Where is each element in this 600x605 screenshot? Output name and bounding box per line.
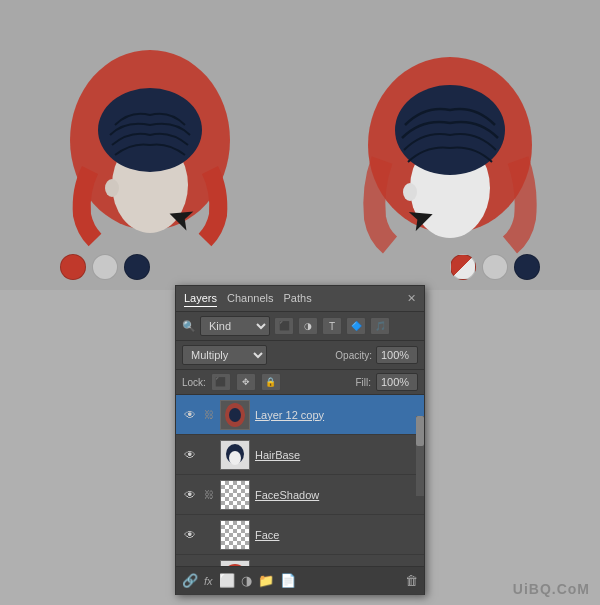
fx-button[interactable]: fx	[204, 575, 213, 587]
kind-select[interactable]: Kind	[200, 316, 270, 336]
svg-point-13	[229, 451, 241, 465]
svg-point-7	[403, 183, 417, 201]
layers-list: 👁 ⛓ Layer 12 copy ➤ 👁	[176, 395, 424, 595]
svg-point-10	[229, 408, 241, 422]
kind-icon-adjust[interactable]: ◑	[298, 317, 318, 335]
lock-label: Lock:	[182, 377, 206, 388]
search-icon: 🔍	[182, 320, 196, 333]
panel-close-button[interactable]: ✕	[407, 292, 416, 305]
swatch-split-right	[450, 254, 476, 280]
link-icon-hairbase	[203, 447, 215, 463]
link-layers-icon[interactable]: 🔗	[182, 573, 198, 588]
layer-name-face: Face	[255, 529, 418, 541]
lock-move-btn[interactable]: ✥	[236, 373, 256, 391]
fill-input[interactable]	[376, 373, 418, 391]
swatch-navy-left	[124, 254, 150, 280]
swatch-gray-left	[92, 254, 118, 280]
swatch-red-left	[60, 254, 86, 280]
swatches-right	[450, 254, 540, 280]
tab-channels[interactable]: Channels	[227, 290, 273, 307]
kind-icon-smart[interactable]: 🎵	[370, 317, 390, 335]
watermark: UiBQ.CoM	[513, 581, 590, 597]
kind-icon-shape[interactable]: 🔷	[346, 317, 366, 335]
layer-item-face[interactable]: 👁 Face	[176, 515, 424, 555]
panel-header: Layers Channels Paths ✕	[176, 286, 424, 312]
lock-row: Lock: ⬛ ✥ 🔒 Fill:	[176, 370, 424, 395]
layer-name-layer12copy: Layer 12 copy	[255, 409, 418, 421]
layer-name-hairbase: HairBase	[255, 449, 418, 461]
kind-icon-text[interactable]: T	[322, 317, 342, 335]
panel-toolbar: 🔗 fx ⬜ ◑ 📁 📄 🗑	[176, 566, 424, 594]
layer-item-layer12copy[interactable]: 👁 ⛓ Layer 12 copy ➤	[176, 395, 424, 435]
add-mask-icon[interactable]: ⬜	[219, 573, 235, 588]
swatch-navy-right	[514, 254, 540, 280]
panel-tabs: Layers Channels Paths	[184, 290, 312, 307]
visibility-icon-layer12copy[interactable]: 👁	[182, 407, 198, 423]
layer-item-faceshadow[interactable]: 👁 ⛓ FaceShadow	[176, 475, 424, 515]
svg-point-3	[105, 179, 119, 197]
thumb-face	[220, 520, 250, 550]
opacity-input[interactable]	[376, 346, 418, 364]
new-layer-icon[interactable]: 📄	[280, 573, 296, 588]
swatch-gray-right	[482, 254, 508, 280]
layers-panel: Layers Channels Paths ✕ 🔍 Kind ⬛ ◑ T 🔷 🎵…	[175, 285, 425, 595]
scrollbar-thumb[interactable]	[416, 416, 424, 446]
link-icon-faceshadow: ⛓	[203, 487, 215, 503]
character-left	[60, 25, 240, 265]
thumb-hairbase	[220, 440, 250, 470]
blend-mode-select[interactable]: Multiply	[182, 345, 267, 365]
link-icon-layer12copy: ⛓	[203, 407, 215, 423]
tab-layers[interactable]: Layers	[184, 290, 217, 307]
thumb-layer12copy	[220, 400, 250, 430]
blend-row: Multiply Opacity:	[176, 341, 424, 370]
character-right	[360, 25, 540, 265]
kind-icon-pixel[interactable]: ⬛	[274, 317, 294, 335]
tab-paths[interactable]: Paths	[284, 290, 312, 307]
lock-pixel-btn[interactable]: ⬛	[211, 373, 231, 391]
adjustments-icon[interactable]: ◑	[241, 573, 252, 588]
layer-item-hairbase[interactable]: 👁 HairBase	[176, 435, 424, 475]
illustration-area: ➤ ➤	[0, 0, 600, 290]
svg-point-2	[98, 88, 202, 172]
visibility-icon-hairbase[interactable]: 👁	[182, 447, 198, 463]
lock-all-btn[interactable]: 🔒	[261, 373, 281, 391]
delete-layer-icon[interactable]: 🗑	[405, 573, 418, 588]
opacity-label: Opacity:	[335, 350, 372, 361]
new-group-icon[interactable]: 📁	[258, 573, 274, 588]
visibility-icon-faceshadow[interactable]: 👁	[182, 487, 198, 503]
swatches-left	[60, 254, 150, 280]
kind-row: 🔍 Kind ⬛ ◑ T 🔷 🎵	[176, 312, 424, 341]
fill-label: Fill:	[355, 377, 371, 388]
visibility-icon-face[interactable]: 👁	[182, 527, 198, 543]
layer-name-faceshadow: FaceShadow	[255, 489, 418, 501]
link-icon-face	[203, 527, 215, 543]
thumb-faceshadow	[220, 480, 250, 510]
layers-scrollbar[interactable]	[416, 416, 424, 496]
